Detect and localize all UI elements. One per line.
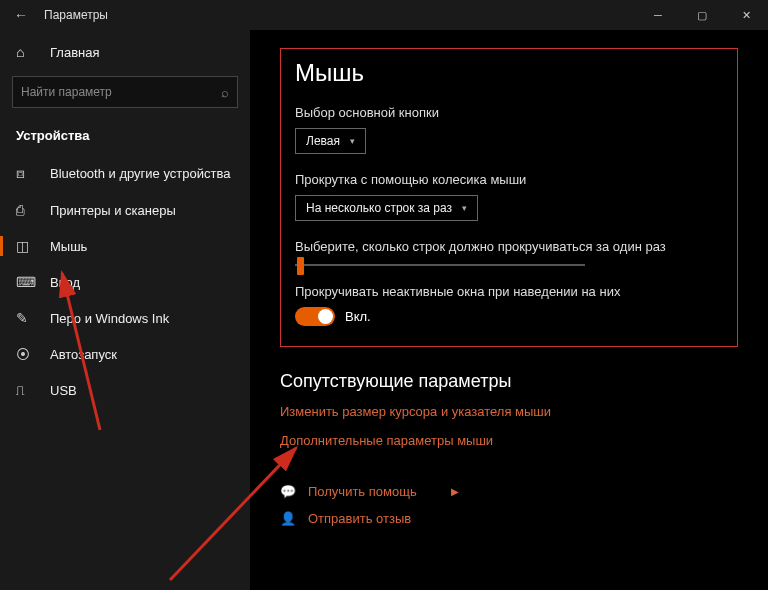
usb-icon: ⎍ [16,382,36,398]
nav-label: Ввод [50,275,80,290]
keyboard-icon: ⌨ [16,274,36,290]
lines-slider-label: Выберите, сколько строк должно прокручив… [295,239,723,254]
chevron-down-icon: ▾ [350,136,355,146]
primary-button-label: Выбор основной кнопки [295,105,723,120]
search-box[interactable]: ⌕ [12,76,238,108]
inactive-toggle[interactable] [295,307,335,326]
chevron-down-icon: ▾ [462,203,467,213]
nav-typing[interactable]: ⌨ Ввод [0,264,250,300]
nav-printers[interactable]: ⎙ Принтеры и сканеры [0,192,250,228]
category-heading: Устройства [0,122,250,155]
autoplay-icon: ⦿ [16,346,36,362]
dropdown-value: Левая [306,134,340,148]
nav-pen[interactable]: ✎ Перо и Windows Ink [0,300,250,336]
get-help-link[interactable]: 💬 Получить помощь ▶ [280,484,738,499]
minimize-button[interactable]: ─ [636,0,680,30]
sidebar: ⌂ Главная ⌕ Устройства ⧈ Bluetooth и дру… [0,30,250,590]
help-label: Получить помощь [308,484,417,499]
nav-usb[interactable]: ⎍ USB [0,372,250,408]
search-icon: ⌕ [221,85,229,100]
maximize-button[interactable]: ▢ [680,0,724,30]
printer-icon: ⎙ [16,202,36,218]
nav-label: Bluetooth и другие устройства [50,166,230,181]
feedback-link[interactable]: 👤 Отправить отзыв [280,511,738,526]
dropdown-value: На несколько строк за раз [306,201,452,215]
mouse-icon: ◫ [16,238,36,254]
close-button[interactable]: ✕ [724,0,768,30]
link-cursor-size[interactable]: Изменить размер курсора и указателя мыши [280,404,738,419]
nav-mouse[interactable]: ◫ Мышь [0,228,250,264]
pen-icon: ✎ [16,310,36,326]
feedback-label: Отправить отзыв [308,511,411,526]
window-title: Параметры [44,8,108,22]
link-additional-mouse[interactable]: Дополнительные параметры мыши [280,433,738,448]
feedback-icon: 👤 [280,511,298,526]
home-label: Главная [50,45,99,60]
nav-autoplay[interactable]: ⦿ Автозапуск [0,336,250,372]
content-pane: Мышь Выбор основной кнопки Левая ▾ Прокр… [250,30,768,590]
nav-label: Перо и Windows Ink [50,311,169,326]
slider-thumb[interactable] [297,257,304,275]
scroll-mode-dropdown[interactable]: На несколько строк за раз ▾ [295,195,478,221]
inactive-toggle-label: Прокручивать неактивные окна при наведен… [295,284,723,299]
scroll-mode-label: Прокрутка с помощью колесика мыши [295,172,723,187]
nav-bluetooth[interactable]: ⧈ Bluetooth и другие устройства [0,155,250,192]
highlight-region: Мышь Выбор основной кнопки Левая ▾ Прокр… [280,48,738,347]
nav-label: USB [50,383,77,398]
primary-button-dropdown[interactable]: Левая ▾ [295,128,366,154]
play-icon: ▶ [451,486,459,497]
nav-label: Принтеры и сканеры [50,203,176,218]
toggle-knob [318,309,333,324]
lines-slider[interactable] [295,264,585,266]
search-input[interactable] [21,85,221,99]
back-button[interactable]: ← [14,7,34,23]
home-icon: ⌂ [16,44,36,60]
home-link[interactable]: ⌂ Главная [0,36,250,68]
page-title: Мышь [295,59,723,87]
help-icon: 💬 [280,484,298,499]
nav-label: Автозапуск [50,347,117,362]
bluetooth-icon: ⧈ [16,165,36,182]
nav-label: Мышь [50,239,87,254]
toggle-state-text: Вкл. [345,309,371,324]
related-title: Сопутствующие параметры [280,371,738,392]
